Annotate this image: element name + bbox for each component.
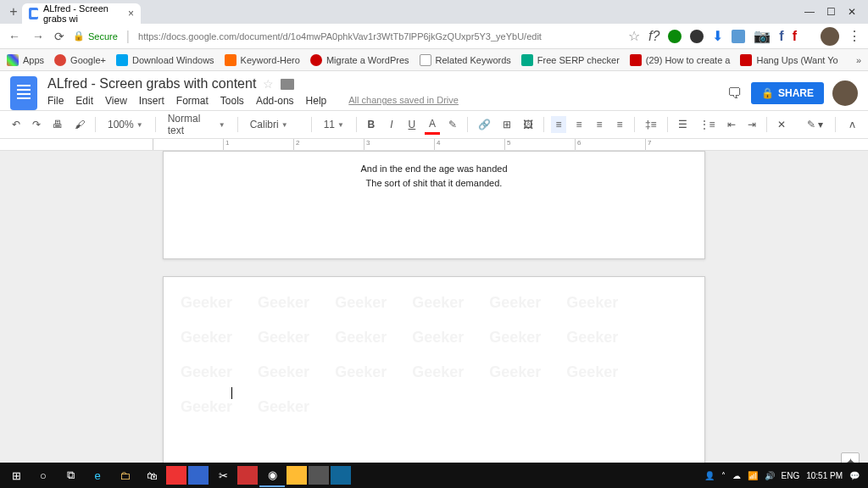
text-color-button[interactable]: A bbox=[425, 115, 440, 135]
f-question-icon[interactable]: f? bbox=[648, 29, 659, 44]
font-select[interactable]: Calibri▼ bbox=[245, 117, 304, 132]
ext-icon-1[interactable] bbox=[668, 30, 682, 43]
decrease-indent-button[interactable]: ⇤ bbox=[724, 116, 739, 133]
comments-icon[interactable]: 🗨 bbox=[727, 85, 743, 103]
insert-image-button[interactable]: 🖼 bbox=[520, 116, 537, 133]
collapse-toolbar-button[interactable]: ʌ bbox=[844, 116, 860, 133]
ext-icon-2[interactable] bbox=[690, 30, 704, 43]
app-icon[interactable] bbox=[309, 466, 329, 485]
editing-mode-button[interactable]: ✎ ▾ bbox=[804, 116, 826, 133]
url-field[interactable]: https://docs.google.com/document/d/1o4mw… bbox=[138, 31, 542, 42]
bookmark-item[interactable]: Related Keywords bbox=[420, 54, 511, 66]
bold-button[interactable]: B bbox=[364, 116, 379, 133]
bookmark-item[interactable]: Migrate a WordPres bbox=[310, 54, 409, 66]
ext-icon-3[interactable]: ⬇ bbox=[712, 28, 723, 44]
insert-link-button[interactable]: 🔗 bbox=[475, 116, 494, 133]
close-tab-icon[interactable]: × bbox=[128, 8, 134, 19]
app-icon[interactable] bbox=[237, 466, 258, 485]
ruler[interactable]: 1234567 bbox=[0, 139, 868, 151]
app-icon[interactable] bbox=[166, 466, 186, 485]
reload-button[interactable]: ⟳ bbox=[54, 30, 64, 43]
window-maximize-button[interactable]: ☐ bbox=[826, 6, 836, 18]
menu-format[interactable]: Format bbox=[176, 95, 209, 107]
edge-icon[interactable]: e bbox=[85, 463, 110, 487]
bookmark-item[interactable]: Keyword-Hero bbox=[225, 54, 300, 66]
page-2[interactable]: GeekerGeekerGeekerGeekerGeeker GeekerGee… bbox=[163, 276, 705, 488]
apps-button[interactable]: Apps bbox=[7, 54, 44, 66]
profile-avatar[interactable] bbox=[821, 27, 839, 46]
italic-button[interactable]: I bbox=[384, 116, 399, 133]
document-canvas[interactable]: And in the end the age was handed The so… bbox=[0, 151, 868, 488]
tray-people-icon[interactable]: 👤 bbox=[704, 471, 715, 480]
new-tab-button[interactable]: + bbox=[5, 4, 22, 19]
bookmarks-overflow-icon[interactable]: » bbox=[856, 55, 861, 65]
tray-wifi-icon[interactable]: 📶 bbox=[748, 471, 758, 480]
clear-formatting-button[interactable]: ✕ bbox=[774, 116, 789, 133]
line-spacing-button[interactable]: ‡≡ bbox=[642, 116, 660, 133]
page-1[interactable]: And in the end the age was handed The so… bbox=[163, 151, 705, 259]
style-select[interactable]: Normal text▼ bbox=[163, 111, 231, 138]
facebook-icon[interactable]: f bbox=[779, 29, 783, 44]
undo-button[interactable]: ↶ bbox=[8, 116, 24, 133]
insert-comment-button[interactable]: ⊞ bbox=[499, 116, 515, 133]
redo-button[interactable]: ↷ bbox=[29, 116, 44, 133]
app-icon[interactable] bbox=[331, 466, 351, 485]
tray-time[interactable]: 10:51 PM bbox=[806, 471, 843, 480]
forward-button[interactable]: → bbox=[31, 30, 46, 43]
menu-insert[interactable]: Insert bbox=[139, 95, 164, 107]
tray-lang[interactable]: ENG bbox=[782, 471, 800, 480]
start-button[interactable]: ⊞ bbox=[3, 463, 29, 487]
print-button[interactable]: 🖶 bbox=[49, 116, 66, 133]
menu-edit[interactable]: Edit bbox=[75, 95, 93, 107]
star-document-icon[interactable]: ☆ bbox=[263, 77, 274, 91]
app-icon[interactable] bbox=[188, 466, 209, 485]
bulleted-list-button[interactable]: ⋮≡ bbox=[696, 116, 719, 133]
underline-button[interactable]: U bbox=[404, 116, 420, 133]
menu-help[interactable]: Help bbox=[306, 95, 327, 107]
align-justify-button[interactable]: ≡ bbox=[612, 116, 627, 133]
increase-indent-button[interactable]: ⇥ bbox=[744, 116, 760, 133]
menu-tools[interactable]: Tools bbox=[220, 95, 244, 107]
tray-volume-icon[interactable]: 🔊 bbox=[765, 471, 775, 480]
star-icon[interactable]: ☆ bbox=[628, 28, 640, 44]
window-close-button[interactable]: ✕ bbox=[848, 6, 856, 18]
back-button[interactable]: ← bbox=[7, 30, 22, 43]
menu-view[interactable]: View bbox=[105, 95, 127, 107]
window-minimize-button[interactable]: — bbox=[804, 6, 815, 18]
account-avatar[interactable] bbox=[832, 80, 858, 106]
bookmark-item[interactable]: Download Windows bbox=[116, 54, 214, 66]
highlight-button[interactable]: ✎ bbox=[445, 116, 460, 133]
tray-up-icon[interactable]: ˄ bbox=[721, 471, 726, 480]
store-icon[interactable]: 🛍 bbox=[139, 463, 164, 487]
align-right-button[interactable]: ≡ bbox=[592, 116, 607, 133]
browser-tab[interactable]: ALfred - Screen grabs wi × bbox=[22, 3, 141, 24]
snip-icon[interactable]: ✂ bbox=[210, 463, 236, 487]
bookmark-item[interactable]: Hang Ups (Want Yo bbox=[740, 54, 837, 66]
menu-file[interactable]: File bbox=[47, 95, 64, 107]
align-left-button[interactable]: ≡ bbox=[551, 116, 566, 133]
document-title[interactable]: ALfred - Screen grabs with content bbox=[47, 76, 256, 92]
chrome-icon[interactable]: ◉ bbox=[259, 463, 285, 487]
bookmark-item[interactable]: Google+ bbox=[54, 54, 106, 66]
move-folder-icon[interactable] bbox=[281, 79, 294, 90]
tray-cloud-icon[interactable]: ☁ bbox=[732, 471, 741, 480]
task-view-button[interactable]: ⧉ bbox=[58, 463, 83, 487]
cortana-button[interactable]: ○ bbox=[31, 463, 56, 487]
font-size-select[interactable]: 11▼ bbox=[319, 117, 349, 132]
camera-icon[interactable]: 📷 bbox=[754, 28, 771, 44]
explorer-icon[interactable]: 🗀 bbox=[112, 463, 137, 487]
chrome-menu-icon[interactable]: ⋮ bbox=[848, 28, 861, 44]
bookmark-item[interactable]: Free SERP checker bbox=[521, 54, 620, 66]
docs-logo-icon[interactable] bbox=[10, 76, 37, 110]
share-button[interactable]: 🔒 SHARE bbox=[751, 82, 824, 104]
menu-addons[interactable]: Add-ons bbox=[256, 95, 294, 107]
paint-format-button[interactable]: 🖌 bbox=[71, 116, 88, 133]
app-icon[interactable] bbox=[287, 466, 307, 485]
notifications-icon[interactable]: 💬 bbox=[849, 471, 860, 480]
zoom-select[interactable]: 100%▼ bbox=[103, 117, 148, 132]
ext-icon-5[interactable]: f bbox=[793, 29, 797, 44]
numbered-list-button[interactable]: ☰ bbox=[675, 116, 691, 133]
bookmark-item[interactable]: (29) How to create a bbox=[630, 54, 731, 66]
ext-icon-4[interactable] bbox=[732, 30, 745, 43]
align-center-button[interactable]: ≡ bbox=[571, 116, 587, 133]
